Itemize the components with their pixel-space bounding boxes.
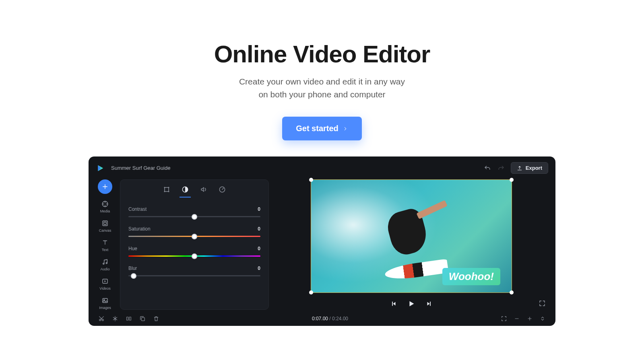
timeline-time: 0:07.00 / 0:24.00 <box>312 316 348 321</box>
svg-rect-8 <box>165 187 169 191</box>
fit-button[interactable] <box>501 315 507 322</box>
caption-overlay[interactable]: Woohoo! <box>442 268 500 285</box>
zoom-in-button[interactable] <box>526 315 533 322</box>
slider-track[interactable] <box>128 216 260 217</box>
rail-label: Text <box>102 248 109 252</box>
current-time: 0:07.00 <box>312 316 328 321</box>
videos-icon <box>101 278 109 285</box>
svg-point-7 <box>104 299 105 300</box>
svg-rect-18 <box>129 317 131 320</box>
preview-canvas[interactable]: Woohoo! <box>311 179 512 293</box>
adjust-panel: Contrast0Saturation0Hue0Blur0 <box>120 179 269 310</box>
text-icon <box>101 239 109 246</box>
canvas-icon <box>101 220 109 227</box>
svg-rect-6 <box>103 299 107 303</box>
slider-label: Saturation <box>128 226 151 232</box>
rail-item-images[interactable]: Images <box>99 297 111 310</box>
tab-crop[interactable] <box>163 185 171 194</box>
video-frame: Woohoo! <box>311 180 512 292</box>
get-started-button[interactable]: Get started <box>282 117 362 140</box>
freeze-button[interactable] <box>112 315 118 322</box>
svg-rect-17 <box>127 317 128 320</box>
rail-item-media[interactable]: Media <box>100 200 110 213</box>
svg-point-9 <box>164 187 165 188</box>
svg-point-11 <box>164 191 165 192</box>
split-button[interactable] <box>126 315 132 322</box>
collapse-button[interactable] <box>539 315 546 322</box>
media-icon <box>101 200 109 208</box>
duplicate-button[interactable] <box>139 315 146 322</box>
slider-track[interactable] <box>128 236 260 237</box>
undo-button[interactable] <box>483 164 491 172</box>
rail-label: Canvas <box>99 229 111 233</box>
resize-handle-br[interactable] <box>510 290 514 294</box>
subtitle-line-2: on both your phone and computer <box>258 90 385 99</box>
skip-forward-button[interactable] <box>425 300 433 307</box>
redo-button[interactable] <box>497 164 505 172</box>
app-logo <box>96 164 105 173</box>
slider-value: 0 <box>258 206 260 212</box>
resize-handle-tl[interactable] <box>309 178 313 182</box>
svg-point-12 <box>168 191 169 192</box>
rail-item-text[interactable]: Text <box>101 239 109 252</box>
slider-thumb[interactable] <box>192 214 197 220</box>
slider-thumb[interactable] <box>192 234 197 239</box>
slider-value: 0 <box>258 226 260 232</box>
svg-rect-2 <box>104 222 106 224</box>
rail-item-canvas[interactable]: Canvas <box>99 220 111 233</box>
images-icon <box>101 297 109 304</box>
slider-contrast: Contrast0 <box>128 206 260 217</box>
rail-label: Images <box>99 306 111 310</box>
resize-handle-tr[interactable] <box>510 178 514 182</box>
side-rail: Media Canvas Text Audio Videos Images <box>96 179 114 310</box>
slider-blur: Blur0 <box>128 266 260 276</box>
slider-thumb[interactable] <box>131 273 136 279</box>
slider-track[interactable] <box>128 275 260 276</box>
tab-volume[interactable] <box>200 185 208 194</box>
plus-icon <box>101 183 109 190</box>
slider-hue: Hue0 <box>128 246 260 257</box>
svg-point-4 <box>106 263 107 264</box>
svg-point-10 <box>168 187 169 188</box>
play-button[interactable] <box>407 299 416 308</box>
export-button[interactable]: Export <box>511 162 548 174</box>
project-title: Summer Surf Gear Guide <box>111 165 170 171</box>
fullscreen-button[interactable] <box>539 300 546 308</box>
zoom-out-button[interactable] <box>514 315 520 322</box>
chevron-right-icon <box>343 126 348 132</box>
page-subtitle: Create your own video and edit it in any… <box>0 75 644 101</box>
page-title: Online Video Editor <box>0 40 644 68</box>
audio-icon <box>101 258 109 266</box>
subtitle-line-1: Create your own video and edit it in any… <box>239 77 405 86</box>
svg-point-3 <box>103 263 104 264</box>
slider-saturation: Saturation0 <box>128 226 260 237</box>
rail-label: Videos <box>99 286 110 290</box>
tab-adjust[interactable] <box>181 185 189 194</box>
export-label: Export <box>526 165 542 171</box>
slider-track[interactable] <box>128 255 260 257</box>
upload-icon <box>517 165 522 171</box>
svg-rect-19 <box>141 317 144 321</box>
skip-back-button[interactable] <box>390 300 397 307</box>
tab-speed[interactable] <box>218 185 226 194</box>
svg-rect-1 <box>103 221 107 226</box>
slider-label: Hue <box>128 246 137 251</box>
slider-value: 0 <box>258 246 260 251</box>
cut-button[interactable] <box>98 315 105 322</box>
video-editor-app: Summer Surf Gear Guide Export Media <box>89 156 555 326</box>
slider-thumb[interactable] <box>192 253 197 259</box>
rail-label: Audio <box>100 267 109 271</box>
rail-item-videos[interactable]: Videos <box>99 278 110 290</box>
slider-label: Blur <box>128 266 137 271</box>
add-button[interactable] <box>98 179 112 194</box>
cta-label: Get started <box>296 124 339 133</box>
rail-item-audio[interactable]: Audio <box>100 258 109 271</box>
delete-button[interactable] <box>153 315 159 322</box>
rail-label: Media <box>100 209 110 213</box>
slider-label: Contrast <box>128 206 147 212</box>
total-time: 0:24.00 <box>332 316 348 321</box>
slider-value: 0 <box>258 266 260 271</box>
resize-handle-bl[interactable] <box>309 290 313 294</box>
